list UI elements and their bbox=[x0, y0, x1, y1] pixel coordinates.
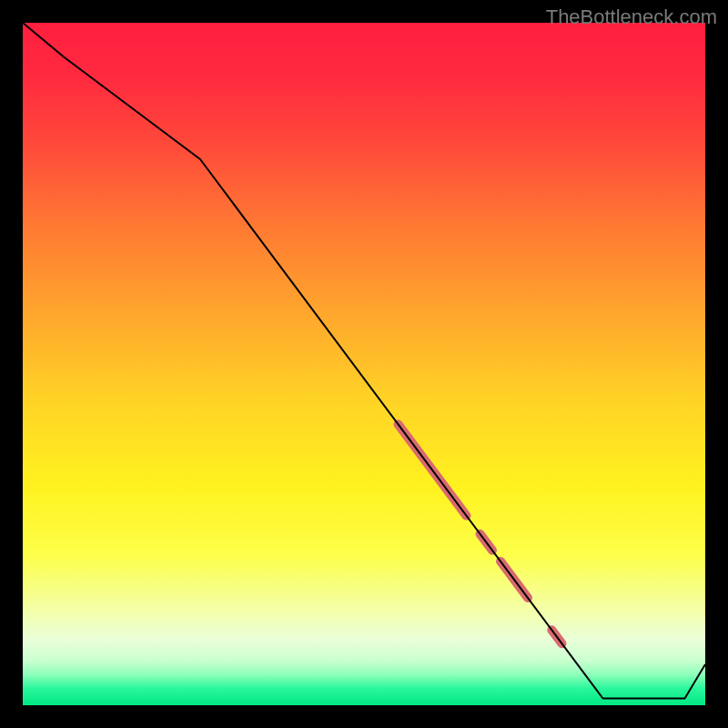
chart-svg bbox=[23, 23, 705, 705]
watermark-text: TheBottleneck.com bbox=[546, 5, 717, 29]
chart-outer-frame: TheBottleneck.com bbox=[0, 0, 728, 728]
gradient-background bbox=[23, 23, 705, 705]
plot-area bbox=[23, 23, 705, 705]
